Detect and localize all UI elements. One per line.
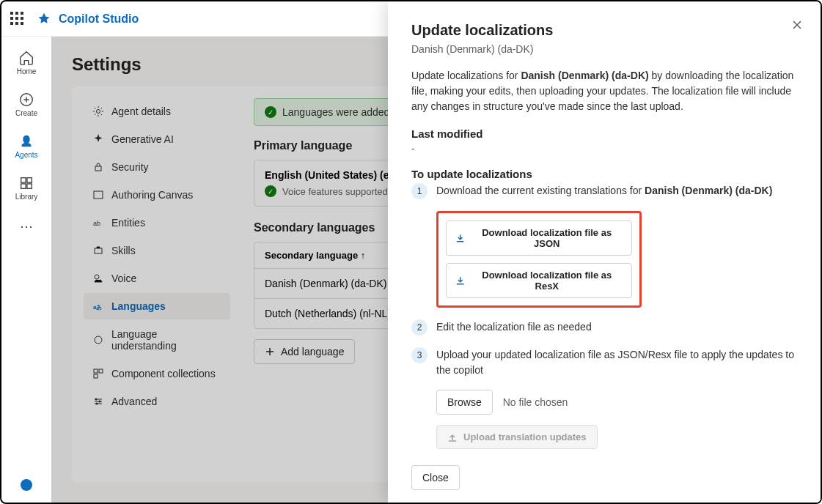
home-icon — [18, 50, 34, 66]
step-number: 2 — [411, 319, 427, 336]
copilot-logo-icon — [37, 12, 51, 26]
rail-library[interactable]: Library — [6, 171, 47, 205]
close-button[interactable]: Close — [411, 465, 460, 490]
step-3: 3 Upload your updated localization file … — [411, 347, 797, 378]
svg-rect-2 — [27, 178, 32, 182]
rail-agents[interactable]: Agents — [6, 129, 47, 163]
upload-icon — [447, 432, 458, 442]
library-icon — [18, 175, 34, 191]
rail-create[interactable]: Create — [6, 87, 47, 122]
close-icon[interactable] — [791, 19, 803, 31]
panel-subtitle: Danish (Denmark) (da-DK) — [411, 43, 797, 55]
step-2: 2 Edit the localization file as needed — [411, 319, 797, 336]
rail-more[interactable]: ⋯ — [20, 218, 33, 234]
rail-home[interactable]: Home — [6, 45, 47, 80]
step-1: 1 Download the current existing translat… — [411, 183, 797, 199]
update-localizations-panel: Update localizations Danish (Denmark) (d… — [388, 1, 821, 503]
svg-rect-1 — [21, 178, 26, 182]
browse-button[interactable]: Browse — [436, 390, 493, 415]
panel-description: Update localizations for Danish (Denmark… — [411, 68, 797, 114]
to-update-heading: To update localizations — [411, 168, 797, 180]
svg-rect-3 — [21, 184, 26, 188]
download-icon — [455, 233, 465, 243]
download-json-button[interactable]: Download localization file as JSON — [446, 220, 632, 256]
panel-title: Update localizations — [411, 22, 797, 39]
last-modified-value: - — [411, 143, 797, 155]
no-file-label: No file chosen — [503, 396, 568, 408]
upload-button-disabled: Upload translation updates — [436, 425, 598, 449]
step-number: 3 — [411, 347, 427, 363]
svg-rect-4 — [27, 184, 32, 188]
brand-title: Copilot Studio — [59, 12, 139, 26]
agents-icon — [18, 133, 34, 149]
left-nav-rail: Home Create Agents Library ⋯ — [1, 37, 51, 503]
last-modified-label: Last modified — [411, 127, 797, 140]
download-buttons-highlight: Download localization file as JSON Downl… — [436, 211, 642, 308]
app-launcher-icon[interactable] — [10, 12, 25, 26]
step-number: 1 — [411, 183, 427, 199]
download-icon — [455, 275, 466, 286]
info-badge-icon[interactable] — [21, 479, 32, 491]
download-resx-button[interactable]: Download localization file as ResX — [446, 263, 632, 298]
plus-circle-icon — [18, 92, 34, 108]
